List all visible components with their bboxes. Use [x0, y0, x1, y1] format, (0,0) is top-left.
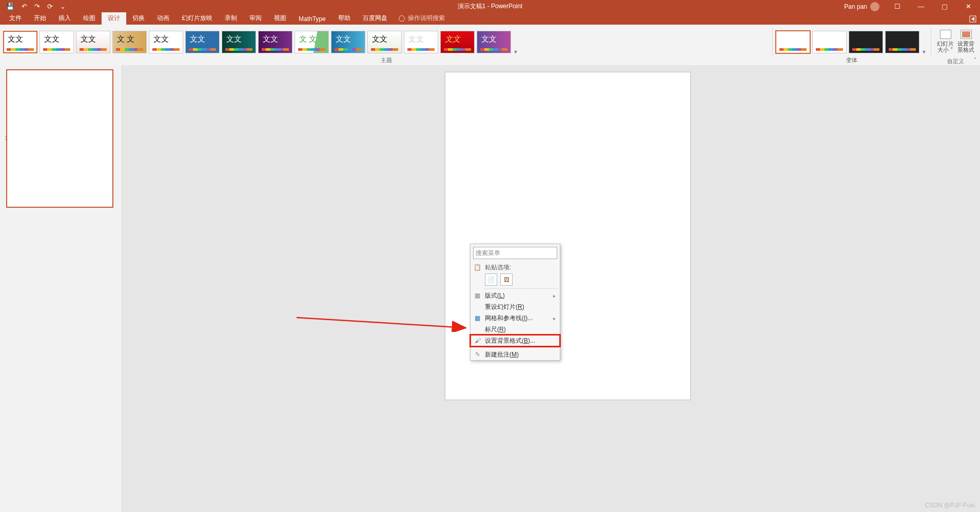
ribbon-tabs: 文件 开始 插入 绘图 设计 切换 动画 幻灯片放映 录制 审阅 视图 Math…	[0, 13, 980, 25]
variant-4[interactable]	[885, 31, 919, 53]
menu-new-comment-label: 新建批注(M)	[485, 350, 519, 359]
avatar-icon	[870, 2, 879, 11]
variant-2[interactable]	[812, 31, 847, 53]
format-background-icon	[961, 30, 972, 39]
menu-ruler-label: 标尺(R)	[485, 325, 506, 334]
menu-format-background-label: 设置背景格式(B)...	[485, 337, 535, 345]
variants-more-icon[interactable]: ▾	[922, 48, 928, 56]
themes-group-label: 主题	[0, 56, 772, 65]
layout-icon: ▦	[474, 292, 481, 300]
tell-me-search[interactable]: 操作说明搜索	[399, 14, 445, 25]
format-background-button[interactable]: 设置背 景格式	[957, 28, 975, 57]
tab-draw[interactable]: 绘图	[77, 12, 102, 25]
paste-options-label: 粘贴选项:	[485, 263, 511, 272]
tab-slideshow[interactable]: 幻灯片放映	[175, 12, 219, 25]
annotation-arrow	[297, 317, 471, 332]
tell-me-label: 操作说明搜索	[408, 14, 445, 23]
theme-2[interactable]: 文文	[40, 31, 74, 53]
menu-reset-label: 重设幻灯片(R)	[485, 303, 524, 311]
slide-size-button[interactable]: 幻灯片 大小 ˅	[936, 28, 955, 57]
menu-format-background[interactable]: 🖌 设置背景格式(B)...	[471, 335, 560, 346]
share-button[interactable]	[969, 15, 977, 23]
minimize-button[interactable]: —	[909, 0, 933, 13]
slide-thumbnail-1[interactable]	[6, 69, 113, 208]
slide-size-icon	[940, 30, 951, 39]
menu-grid-guides[interactable]: ▦ 网格和参考线(I)...	[471, 312, 560, 324]
paste-keep-source-icon[interactable]: 📄	[485, 273, 497, 286]
theme-12[interactable]: 文文	[404, 31, 438, 53]
paste-icon: 📋	[474, 264, 481, 271]
redo-icon[interactable]: ↷	[34, 3, 40, 10]
context-menu: 搜索菜单 📋 粘贴选项: 📄 🖼 ▦ 版式(L) 重设幻灯片(R) ▦ 网格和参…	[470, 244, 560, 361]
qat-customize-icon[interactable]: ⌄	[60, 3, 66, 10]
menu-grid-label: 网格和参考线(I)...	[485, 314, 533, 323]
tab-review[interactable]: 审阅	[243, 12, 268, 25]
tab-mathtype[interactable]: MathType	[292, 14, 332, 25]
theme-8[interactable]: 文文	[258, 31, 292, 53]
lightbulb-icon	[399, 15, 405, 22]
quick-access-toolbar: 💾 ↶ ↷ ⟳ ⌄	[0, 3, 66, 10]
grid-icon: ▦	[474, 314, 481, 322]
paste-options-row: 📄 🖼	[471, 273, 560, 287]
paste-picture-icon[interactable]: 🖼	[500, 273, 513, 286]
menu-new-comment[interactable]: ✎ 新建批注(M)	[471, 349, 560, 360]
theme-office[interactable]: 文文	[3, 31, 37, 53]
menu-layout-label: 版式(L)	[485, 291, 505, 300]
menu-layout[interactable]: ▦ 版式(L)	[471, 290, 560, 301]
comment-icon: ✎	[474, 351, 481, 359]
variant-1[interactable]	[776, 31, 810, 53]
save-icon[interactable]: 💾	[6, 3, 14, 10]
menu-ruler[interactable]: 标尺(R)	[471, 324, 560, 335]
theme-4[interactable]: 文 文	[112, 31, 147, 53]
group-themes: 文文 文文 文文 文 文 文文 文文 文文 文文 文 文 文文 文文 文文 文文…	[0, 25, 772, 65]
svg-line-1	[297, 318, 466, 328]
theme-3[interactable]: 文文	[76, 31, 110, 53]
theme-11[interactable]: 文文	[367, 31, 402, 53]
slide-number-label: 1	[5, 135, 8, 141]
theme-7[interactable]: 文文	[222, 31, 256, 53]
tab-insert[interactable]: 插入	[52, 12, 77, 25]
theme-14[interactable]: 文文	[477, 31, 511, 53]
theme-6[interactable]: 文文	[185, 31, 220, 53]
close-button[interactable]: ✕	[956, 0, 980, 13]
tab-file[interactable]: 文件	[3, 12, 28, 25]
start-from-beginning-icon[interactable]: ⟳	[47, 3, 53, 10]
title-bar: 💾 ↶ ↷ ⟳ ⌄ 演示文稿1 - PowerPoint Pan pan ☐ —…	[0, 0, 980, 13]
tab-help[interactable]: 帮助	[332, 12, 357, 25]
theme-10[interactable]: 文文	[331, 31, 365, 53]
theme-13[interactable]: 文文	[440, 31, 475, 53]
group-customize: 幻灯片 大小 ˅ 设置背 景格式 自定义	[931, 25, 980, 65]
user-name: Pan pan	[844, 3, 867, 10]
variants-group-label: 变体	[773, 56, 931, 65]
context-menu-search[interactable]: 搜索菜单	[473, 247, 557, 259]
format-background-menu-icon: 🖌	[474, 337, 481, 345]
undo-icon[interactable]: ↶	[22, 3, 27, 10]
account-button[interactable]: Pan pan	[844, 0, 886, 13]
theme-9[interactable]: 文 文	[295, 31, 329, 53]
workspace: 1 搜索菜单 📋 粘贴选项: 📄 🖼 ▦ 版式(L) 重设幻灯片(R)	[0, 65, 980, 512]
tab-home[interactable]: 开始	[28, 12, 52, 25]
tab-view[interactable]: 视图	[268, 12, 292, 25]
group-variants: ▾ 变体	[773, 25, 931, 65]
window-title: 演示文稿1 - PowerPoint	[0, 2, 980, 11]
collapse-ribbon-icon[interactable]: ˄	[974, 57, 977, 64]
themes-more-icon[interactable]: ▾	[513, 48, 519, 56]
theme-5[interactable]: 文文	[149, 31, 183, 53]
tab-record[interactable]: 录制	[219, 12, 243, 25]
tab-design[interactable]: 设计	[102, 12, 126, 25]
variant-3[interactable]	[849, 31, 883, 53]
slide-thumbnail-pane[interactable]: 1	[0, 65, 122, 512]
slide-size-label: 幻灯片 大小 ˅	[936, 41, 955, 53]
tab-animation[interactable]: 动画	[151, 12, 175, 25]
slide-canvas-area[interactable]: 搜索菜单 📋 粘贴选项: 📄 🖼 ▦ 版式(L) 重设幻灯片(R) ▦ 网格和参…	[122, 65, 980, 512]
tab-transition[interactable]: 切换	[126, 12, 151, 25]
maximize-button[interactable]: ▢	[933, 0, 956, 13]
watermark: CSDN @PJF-Fuxi	[925, 502, 975, 509]
menu-reset-slide[interactable]: 重设幻灯片(R)	[471, 301, 560, 312]
paste-options-header: 📋 粘贴选项:	[471, 262, 560, 273]
tab-baidu[interactable]: 百度网盘	[357, 12, 394, 25]
format-background-label: 设置背 景格式	[957, 41, 975, 53]
ribbon: 文文 文文 文文 文 文 文文 文文 文文 文文 文 文 文文 文文 文文 文文…	[0, 25, 980, 66]
ribbon-display-options-icon[interactable]: ☐	[886, 0, 909, 13]
